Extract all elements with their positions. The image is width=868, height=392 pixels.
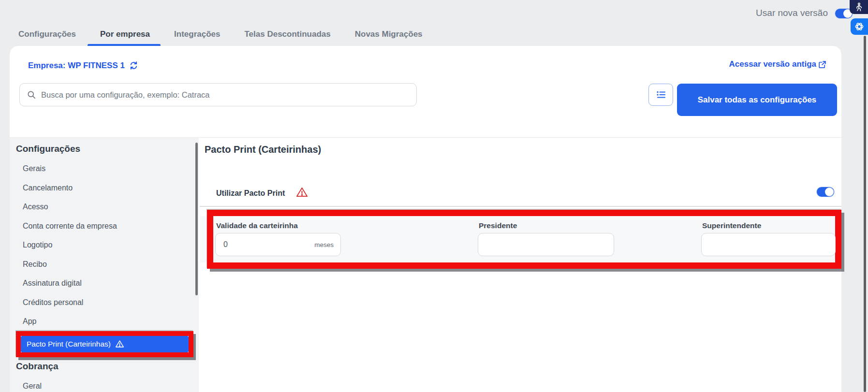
save-all-settings-button[interactable]: Salvar todas as configurações — [677, 84, 837, 116]
search-input[interactable] — [41, 90, 410, 100]
sidebar-item-app[interactable]: App — [10, 312, 199, 331]
field-validade-carteirinha: meses — [215, 233, 341, 256]
external-link-icon — [818, 60, 827, 69]
new-version-label: Usar nova versão — [756, 8, 828, 18]
sidebar-item-cancelamento[interactable]: Cancelamento — [10, 178, 199, 198]
refresh-company-icon[interactable] — [129, 60, 139, 71]
chatgpt-icon — [854, 21, 865, 32]
tab-integrações[interactable]: Integrações — [174, 28, 220, 41]
page-title: Pacto Print (Carteirinhas) — [205, 144, 321, 155]
company-row: Empresa: WP FITNESS 1 — [28, 60, 139, 71]
search-icon — [27, 90, 36, 100]
use-pacto-print-toggle[interactable] — [816, 187, 835, 197]
sidebar-section-title: Cobrança — [16, 361, 199, 372]
sidebar-item-cr-ditos-personal[interactable]: Créditos personal — [10, 293, 199, 312]
section-divider — [200, 206, 841, 207]
field-label-superintendente: Superintendente — [702, 221, 761, 231]
use-pacto-print-label: Utilizar Pacto Print — [216, 188, 285, 199]
sidebar-item-geral[interactable]: Geral — [10, 377, 199, 392]
sidebar-item-pacto-print-active[interactable]: Pacto Print (Carteirinhas) — [21, 336, 189, 352]
search-box — [19, 83, 417, 106]
field-label-validade: Validade da carteirinha — [216, 221, 298, 231]
tab-bar: ConfiguraçõesPor empresaIntegraçõesTelas… — [18, 28, 423, 41]
field-presidente — [478, 233, 614, 256]
walking-person-icon — [855, 2, 863, 12]
old-version-link-label: Acessar versão antiga — [729, 59, 817, 69]
superintendente-input[interactable] — [702, 233, 835, 256]
field-superintendente — [701, 233, 836, 256]
company-label: Empresa: WP FITNESS 1 — [28, 61, 125, 71]
sidebar-item-acesso[interactable]: Acesso — [10, 197, 199, 217]
old-version-link[interactable]: Acessar versão antiga — [729, 59, 827, 69]
annotation-box-sidebar-item: Pacto Print (Carteirinhas) — [16, 331, 193, 357]
page-scrollbar[interactable] — [864, 36, 866, 392]
config-list-button[interactable] — [648, 84, 673, 106]
warning-icon — [296, 187, 308, 198]
tab-telas-descontinuadas[interactable]: Telas Descontinuadas — [244, 28, 330, 41]
tab-configurações[interactable]: Configurações — [18, 28, 76, 41]
sidebar-item-conta-corrente-da-empresa[interactable]: Conta corrente da empresa — [10, 217, 199, 236]
sidebar-scrollbar[interactable] — [195, 143, 198, 295]
sidebar-section-title: Configurações — [16, 144, 199, 154]
sidebar-item-label: Pacto Print (Carteirinhas) — [27, 340, 111, 348]
validade-carteirinha-input[interactable] — [216, 233, 314, 256]
tab-por-empresa[interactable]: Por empresa — [100, 28, 150, 41]
list-icon — [655, 89, 667, 101]
settings-sidebar: ConfiguraçõesGeraisCancelamentoAcessoCon… — [10, 138, 199, 392]
settings-card: Empresa: WP FITNESS 1 Acessar versão ant… — [10, 46, 841, 392]
sidebar-item-logotipo[interactable]: Logotipo — [10, 235, 199, 255]
sidebar-item-assinatura-digital[interactable]: Assinatura digital — [10, 274, 199, 293]
extension-button-walking-person[interactable] — [850, 0, 868, 14]
sidebar-item-recibo[interactable]: Recibo — [10, 255, 199, 274]
presidente-input[interactable] — [478, 233, 614, 256]
sidebar-item-gerais[interactable]: Gerais — [10, 159, 199, 178]
extension-button-chatgpt[interactable] — [851, 18, 868, 35]
validade-suffix: meses — [314, 241, 340, 248]
warning-icon — [115, 340, 124, 348]
tab-novas-migrações[interactable]: Novas Migrações — [355, 28, 423, 41]
field-label-presidente: Presidente — [479, 221, 517, 231]
